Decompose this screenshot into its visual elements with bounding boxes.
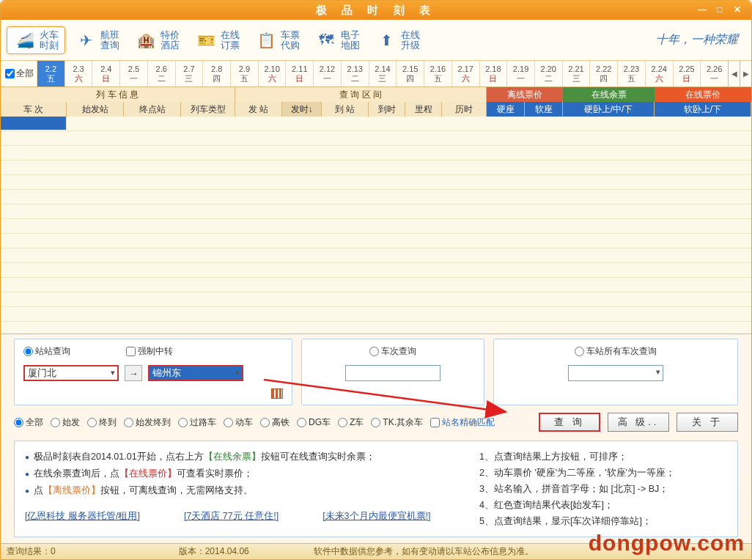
grid-body[interactable]: for(let i=0;i<14;i++)document.write('<di… bbox=[1, 117, 751, 334]
toolbar-icon-1: ✈ bbox=[74, 30, 97, 51]
header-offline-price[interactable]: 离线票价 bbox=[487, 87, 563, 102]
filter-dg[interactable]: DG车 bbox=[297, 416, 331, 429]
date-2.16[interactable]: 2.16五 bbox=[424, 61, 451, 86]
station-all-combo[interactable] bbox=[568, 365, 663, 381]
col-8[interactable]: 里程 bbox=[405, 102, 442, 117]
date-2.8[interactable]: 2.8四 bbox=[202, 61, 230, 86]
note-1: 极品时刻表自2014.01.01开始，点右上方【在线余票】按钮可在线查询实时余票… bbox=[25, 449, 479, 465]
col-11[interactable]: 软座 bbox=[525, 102, 563, 117]
toolbar-btn-2[interactable]: 🏨特价酒店 bbox=[128, 27, 185, 54]
header-online-remain[interactable]: 在线余票 bbox=[563, 87, 655, 102]
train-query-radio[interactable]: 车次查询 bbox=[369, 345, 416, 358]
col-7[interactable]: 到时 bbox=[369, 102, 405, 117]
all-dates-checkbox[interactable]: 全部 bbox=[2, 61, 37, 86]
date-2.21[interactable]: 2.21三 bbox=[562, 61, 590, 86]
toolbar-btn-1[interactable]: ✈航班查询 bbox=[68, 27, 125, 54]
filter-pass[interactable]: 过路车 bbox=[178, 416, 216, 429]
date-2.23[interactable]: 2.23五 bbox=[617, 61, 645, 86]
toolbar-btn-4[interactable]: 📋车票代购 bbox=[248, 27, 306, 54]
date-2.7[interactable]: 2.7三 bbox=[175, 61, 203, 86]
date-2.5[interactable]: 2.5一 bbox=[119, 61, 147, 86]
date-2.12[interactable]: 2.12一 bbox=[313, 61, 341, 86]
filter-end[interactable]: 终到 bbox=[87, 416, 117, 429]
col-0[interactable]: 车 次 bbox=[1, 102, 67, 117]
link-hotel[interactable]: [7天酒店 77元 任意住!] bbox=[184, 508, 279, 524]
slogan: 十年，一种荣耀 bbox=[656, 32, 745, 48]
col-3[interactable]: 列车类型 bbox=[181, 102, 235, 117]
date-2.11[interactable]: 2.11日 bbox=[285, 61, 313, 86]
toolbar-btn-3[interactable]: 🎫在线订票 bbox=[188, 27, 246, 54]
search-panel: 站站查询 强制中转 厦门北 → 锦州东 车次查询 车站所有车次查询 bbox=[1, 334, 751, 410]
notes-panel: 极品时刻表自2014.01.01开始，点右上方【在线余票】按钮可在线查询实时余票… bbox=[14, 441, 738, 537]
link-server[interactable]: [亿恩科技 服务器托管/租用] bbox=[25, 508, 140, 524]
filter-startend[interactable]: 始发终到 bbox=[124, 416, 171, 429]
date-2.15[interactable]: 2.15四 bbox=[396, 61, 424, 86]
date-2.18[interactable]: 2.18日 bbox=[479, 61, 507, 86]
link-flight[interactable]: [未来3个月内最便宜机票!] bbox=[322, 508, 430, 524]
from-station-combo[interactable]: 厦门北 bbox=[23, 365, 119, 381]
header-query-section: 查 询 区 间 bbox=[235, 87, 487, 102]
filter-dong[interactable]: 动车 bbox=[224, 416, 253, 429]
grid-columns: 车 次始发站终点站列车类型发 站发时↓到 站到时里程历时硬座软座硬卧上/中/下软… bbox=[1, 102, 751, 117]
filter-row: 全部 始发 终到 始发终到 过路车 动车 高铁 DG车 Z车 TK.其余车 站名… bbox=[1, 410, 751, 438]
station-all-radio[interactable]: 车站所有车次查询 bbox=[575, 345, 657, 358]
status-disclaimer: 软件中数据供您参考，如有变动请以车站公布信息为准。 bbox=[314, 545, 534, 558]
toolbar-btn-6[interactable]: ⬆在线升级 bbox=[369, 27, 426, 54]
date-2.3[interactable]: 2.3六 bbox=[64, 61, 92, 86]
selected-cell[interactable] bbox=[1, 117, 67, 130]
about-button[interactable]: 关 于 bbox=[677, 413, 738, 432]
header-online-price[interactable]: 在线票价 bbox=[655, 87, 751, 102]
toolbar-icon-4: 📋 bbox=[254, 30, 278, 51]
filter-start[interactable]: 始发 bbox=[51, 416, 80, 429]
date-2.13[interactable]: 2.13二 bbox=[341, 61, 369, 86]
col-1[interactable]: 始发站 bbox=[67, 102, 124, 117]
col-13[interactable]: 软卧上/下 bbox=[655, 102, 751, 117]
date-2.14[interactable]: 2.14三 bbox=[369, 61, 397, 86]
app-title: 极 品 时 刻 表 bbox=[316, 4, 436, 18]
close-button[interactable]: ✕ bbox=[734, 4, 747, 15]
filter-tk[interactable]: TK.其余车 bbox=[371, 416, 423, 429]
date-2.26[interactable]: 2.26一 bbox=[700, 61, 728, 86]
col-9[interactable]: 历时 bbox=[442, 102, 487, 117]
date-bar: 全部 2.2五2.3六2.4日2.5一2.6二2.7三2.8四2.9五2.10六… bbox=[1, 61, 751, 87]
station-query-radio[interactable]: 站站查询 bbox=[23, 345, 70, 358]
app-window: 极 品 时 刻 表 — □ ✕ 🚄火车时刻✈航班查询🏨特价酒店🎫在线订票📋车票代… bbox=[0, 0, 752, 560]
query-button[interactable]: 查 询 bbox=[539, 413, 600, 432]
date-2.22[interactable]: 2.22四 bbox=[589, 61, 617, 86]
date-2.17[interactable]: 2.17六 bbox=[451, 61, 479, 86]
date-2.2[interactable]: 2.2五 bbox=[37, 61, 64, 86]
date-2.9[interactable]: 2.9五 bbox=[230, 61, 258, 86]
col-10[interactable]: 硬座 bbox=[487, 102, 525, 117]
date-2.19[interactable]: 2.19一 bbox=[506, 61, 534, 86]
watermark: dongpow.com bbox=[589, 531, 745, 556]
col-6[interactable]: 到 站 bbox=[322, 102, 369, 117]
date-next-button[interactable]: ▶ bbox=[740, 61, 751, 86]
date-2.25[interactable]: 2.25日 bbox=[673, 61, 701, 86]
train-number-input[interactable] bbox=[345, 365, 440, 381]
date-2.24[interactable]: 2.24六 bbox=[645, 61, 673, 86]
advanced-button[interactable]: 高 级.. bbox=[608, 413, 669, 432]
calendar-icon[interactable] bbox=[271, 388, 283, 399]
col-4[interactable]: 发 站 bbox=[235, 102, 282, 117]
date-2.6[interactable]: 2.6二 bbox=[147, 61, 175, 86]
grid-header-group: 列 车 信 息 查 询 区 间 离线票价 在线余票 在线票价 bbox=[1, 87, 751, 102]
filter-all[interactable]: 全部 bbox=[14, 416, 43, 429]
to-station-combo[interactable]: 锦州东 bbox=[148, 365, 243, 381]
date-2.4[interactable]: 2.4日 bbox=[92, 61, 119, 86]
col-2[interactable]: 终点站 bbox=[124, 102, 181, 117]
toolbar-btn-0[interactable]: 🚄火车时刻 bbox=[7, 26, 65, 54]
date-prev-button[interactable]: ◀ bbox=[728, 61, 740, 86]
exact-match-checkbox[interactable]: 站名精确匹配 bbox=[430, 416, 495, 429]
date-2.20[interactable]: 2.20二 bbox=[534, 61, 562, 86]
minimize-button[interactable]: — bbox=[698, 4, 712, 15]
force-transfer-checkbox[interactable]: 强制中转 bbox=[126, 345, 173, 358]
toolbar-btn-5[interactable]: 🗺电子地图 bbox=[309, 27, 366, 54]
maximize-button[interactable]: □ bbox=[716, 4, 729, 15]
col-12[interactable]: 硬卧上/中/下 bbox=[563, 102, 655, 117]
swap-stations-button[interactable]: → bbox=[125, 365, 142, 381]
status-result: 查询结果：0 bbox=[7, 545, 56, 558]
col-5[interactable]: 发时↓ bbox=[282, 102, 322, 117]
filter-z[interactable]: Z车 bbox=[338, 416, 364, 429]
filter-gao[interactable]: 高铁 bbox=[260, 416, 290, 429]
date-2.10[interactable]: 2.10六 bbox=[258, 61, 286, 86]
